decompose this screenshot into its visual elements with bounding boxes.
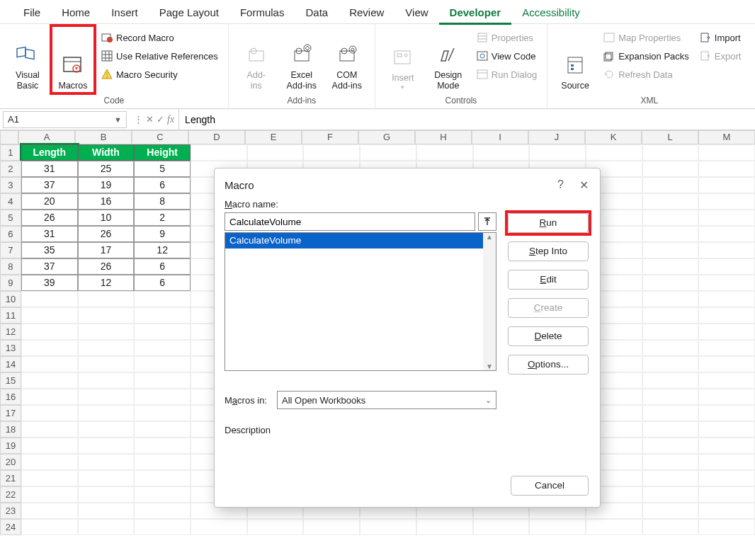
cell[interactable]: 6 — [134, 275, 191, 291]
cell[interactable] — [21, 503, 78, 519]
cell[interactable] — [21, 389, 78, 405]
cell[interactable] — [698, 161, 755, 177]
more-icon[interactable]: ⋮ — [134, 114, 143, 125]
cell[interactable] — [134, 519, 191, 535]
cell[interactable] — [78, 291, 135, 307]
row-header[interactable]: 22 — [0, 486, 21, 503]
cell[interactable]: 6 — [134, 258, 191, 275]
row-header[interactable]: 2 — [0, 161, 21, 177]
properties-button[interactable]: Properties — [473, 30, 540, 45]
cell[interactable] — [698, 438, 755, 454]
cell[interactable]: 6 — [134, 177, 191, 193]
row-header[interactable]: 9 — [0, 275, 21, 291]
row-header[interactable]: 1 — [0, 144, 21, 161]
cell[interactable] — [698, 356, 755, 372]
row-header[interactable]: 5 — [0, 210, 21, 226]
cell[interactable] — [698, 340, 755, 356]
cell[interactable] — [642, 144, 699, 161]
cell[interactable] — [21, 438, 78, 454]
cell[interactable] — [642, 454, 699, 470]
cell[interactable] — [21, 470, 78, 486]
cell[interactable] — [78, 389, 135, 405]
cell[interactable] — [247, 144, 304, 161]
macro-list-item[interactable]: CalculateVolume — [225, 233, 496, 248]
cell[interactable]: Height — [134, 144, 191, 161]
cell[interactable] — [78, 519, 135, 535]
tab-file[interactable]: File — [13, 4, 51, 25]
options-button[interactable]: Options... — [508, 355, 589, 375]
select-all-corner[interactable] — [0, 130, 18, 144]
cell[interactable] — [642, 503, 699, 519]
row-header[interactable]: 23 — [0, 503, 21, 519]
cell[interactable]: 5 — [134, 161, 191, 177]
cell[interactable] — [134, 405, 191, 421]
row-header[interactable]: 21 — [0, 470, 21, 486]
row-header[interactable]: 15 — [0, 372, 21, 389]
row-header[interactable]: 11 — [0, 307, 21, 324]
cell[interactable] — [642, 421, 699, 438]
cell[interactable] — [642, 275, 699, 291]
cell[interactable] — [134, 470, 191, 486]
column-header[interactable]: M — [698, 130, 755, 144]
cell[interactable] — [642, 307, 699, 324]
cancel-button[interactable]: Cancel — [511, 476, 589, 496]
cell[interactable] — [642, 438, 699, 454]
tab-data[interactable]: Data — [295, 4, 339, 25]
column-header[interactable]: L — [642, 130, 698, 144]
macro-listbox[interactable]: CalculateVolume ▲▼ — [225, 232, 496, 371]
formula-input[interactable] — [179, 109, 755, 130]
cell[interactable] — [134, 340, 191, 356]
cell[interactable]: 12 — [134, 242, 191, 258]
use-relative-references-button[interactable]: Use Relative References — [98, 48, 221, 64]
column-header[interactable]: C — [132, 130, 188, 144]
cell[interactable]: 2 — [134, 210, 191, 226]
cell[interactable] — [586, 519, 642, 535]
cell[interactable]: 9 — [134, 226, 191, 242]
cell[interactable] — [698, 307, 755, 324]
cell[interactable] — [78, 438, 135, 454]
cell[interactable] — [78, 324, 135, 340]
cancel-x-icon[interactable]: ✕ — [146, 114, 154, 125]
cell[interactable]: 8 — [134, 193, 191, 210]
row-header[interactable]: 24 — [0, 519, 21, 535]
cell[interactable] — [698, 275, 755, 291]
cell[interactable] — [21, 340, 78, 356]
design-mode-button[interactable]: Design Mode — [428, 27, 469, 92]
cell[interactable] — [21, 454, 78, 470]
cell[interactable]: 26 — [78, 226, 135, 242]
cell[interactable] — [21, 356, 78, 372]
row-header[interactable]: 4 — [0, 193, 21, 210]
row-header[interactable]: 17 — [0, 405, 21, 421]
assign-macro-button[interactable] — [478, 212, 496, 231]
cell[interactable] — [529, 519, 586, 535]
cell[interactable]: 35 — [21, 242, 78, 258]
visual-basic-button[interactable]: Visual Basic — [7, 27, 48, 92]
cell[interactable] — [642, 470, 699, 486]
chevron-down-icon[interactable]: ▼ — [114, 115, 122, 124]
row-header[interactable]: 12 — [0, 324, 21, 340]
import-button[interactable]: Import — [696, 30, 744, 45]
cell[interactable] — [134, 356, 191, 372]
cell[interactable] — [473, 144, 530, 161]
cell[interactable] — [78, 503, 135, 519]
cell[interactable] — [416, 519, 473, 535]
cell[interactable]: 31 — [21, 226, 78, 242]
row-header[interactable]: 6 — [0, 226, 21, 242]
edit-button[interactable]: Edit — [508, 270, 589, 290]
cell[interactable]: 39 — [21, 275, 78, 291]
column-header[interactable]: K — [585, 130, 642, 144]
cell[interactable] — [529, 144, 586, 161]
cell[interactable] — [134, 324, 191, 340]
cell[interactable] — [21, 486, 78, 503]
row-header[interactable]: 16 — [0, 389, 21, 405]
cell[interactable] — [21, 405, 78, 421]
cell[interactable] — [78, 405, 135, 421]
cell[interactable] — [642, 226, 699, 242]
cell[interactable] — [698, 503, 755, 519]
cell[interactable] — [586, 144, 642, 161]
cell[interactable] — [698, 177, 755, 193]
cell[interactable] — [642, 242, 699, 258]
macros-in-select[interactable]: All Open Workbooks ⌄ — [277, 391, 496, 409]
row-header[interactable]: 8 — [0, 258, 21, 275]
close-icon[interactable]: ✕ — [579, 178, 589, 192]
